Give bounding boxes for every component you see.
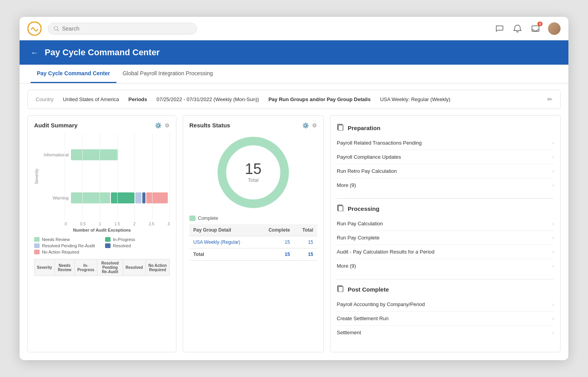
chat-icon[interactable] xyxy=(494,23,505,34)
page-title: Pay Cycle Command Center xyxy=(45,47,160,58)
chart-rows: Informational Warning xyxy=(40,133,170,219)
pay-group-table: Pay Group Detail Complete Total USA Week… xyxy=(189,224,317,261)
processing-title: Processing xyxy=(348,205,379,212)
results-filter-icon[interactable]: ⚙️ xyxy=(302,122,309,129)
complete-label: Complete xyxy=(198,216,218,221)
processing-items: Run Pay Calculation › Run Pay Complete ›… xyxy=(337,217,554,273)
legend-color-needs-review xyxy=(34,237,40,242)
workday-logo xyxy=(27,22,42,36)
results-settings-icon[interactable]: ⚙ xyxy=(312,122,317,129)
post-item-2[interactable]: Settlement › xyxy=(337,326,554,339)
th-severity: Severity xyxy=(34,259,55,276)
complete-color-box xyxy=(189,216,196,221)
post-item-1[interactable]: Create Settlement Run › xyxy=(337,312,554,326)
prep-item-2[interactable]: Run Retro Pay Calculation › xyxy=(337,164,554,178)
bar-warning-resolved-pending xyxy=(135,192,142,203)
tab-pay-cycle[interactable]: Pay Cycle Command Center xyxy=(31,65,116,83)
bar-informational-needs-review xyxy=(71,149,118,160)
legend-color-no-action xyxy=(34,250,40,254)
search-input[interactable] xyxy=(62,25,191,32)
pay-footer-complete: 15 xyxy=(258,248,294,261)
bell-icon[interactable] xyxy=(512,23,523,34)
preparation-title: Preparation xyxy=(348,125,380,131)
main-content: Audit Summary ⚙️ ⚙ Severity xyxy=(20,115,568,360)
bars-informational xyxy=(71,149,118,160)
chart-row-warning: Warning xyxy=(40,192,170,203)
chevron-icon: › xyxy=(552,221,554,227)
chevron-icon: › xyxy=(552,140,554,146)
pay-table-header-row: Pay Group Detail Complete Total xyxy=(189,224,317,236)
filter-edit-icon[interactable]: ✏ xyxy=(547,96,552,103)
avatar[interactable] xyxy=(548,22,561,35)
filter-bar: Country United States of America Periods… xyxy=(27,90,561,109)
svg-line-2 xyxy=(57,29,58,31)
donut-wrapper: 15 Total xyxy=(214,133,292,212)
pay-group-complete: 15 xyxy=(258,236,294,248)
legend-needs-review: Needs Review xyxy=(34,237,99,242)
th-resolved: Resolved xyxy=(123,259,145,276)
pay-group-total: 15 xyxy=(294,236,317,248)
settings-icon[interactable]: ⚙ xyxy=(165,122,170,129)
chevron-icon: › xyxy=(552,235,554,241)
chart-row-informational: Informational xyxy=(40,149,170,160)
chevron-icon: › xyxy=(552,154,554,160)
payrun-value: USA Weekly: Regular (Weekly) xyxy=(380,96,450,102)
proc-item-2[interactable]: Audit - Pay Calculation Results for a Pe… xyxy=(337,245,554,259)
pay-group-name[interactable]: USA Weekly (Regular) xyxy=(189,236,258,248)
filter-sliders-icon[interactable]: ⚙️ xyxy=(155,122,162,129)
proc-item-1[interactable]: Run Pay Complete › xyxy=(337,231,554,245)
inbox-badge: 3 xyxy=(537,22,543,26)
chevron-icon: › xyxy=(552,169,554,174)
pay-table-th-group: Pay Group Detail xyxy=(189,224,258,236)
preparation-items: Payroll Related Transactions Pending › P… xyxy=(337,136,554,192)
row-label-informational: Informational xyxy=(40,152,69,157)
donut-number: 15 xyxy=(245,161,261,176)
periods-label: Periods xyxy=(129,96,147,102)
preparation-header: Preparation xyxy=(337,123,554,132)
donut-chart-container: 15 Total xyxy=(189,133,317,212)
svg-rect-9 xyxy=(338,206,343,211)
audit-panel-icons: ⚙️ ⚙ xyxy=(155,122,170,129)
page-header: ← Pay Cycle Command Center xyxy=(20,40,568,65)
row-label-warning: Warning xyxy=(40,196,69,200)
processing-header: Processing xyxy=(337,204,554,213)
pay-table-th-complete: Complete xyxy=(258,224,294,236)
search-icon xyxy=(54,26,59,31)
chevron-icon: › xyxy=(552,249,554,255)
proc-item-0[interactable]: Run Pay Calculation › xyxy=(337,217,554,231)
prep-item-3[interactable]: More (9) › xyxy=(337,178,554,192)
pay-footer-label: Total xyxy=(189,248,258,261)
preparation-icon xyxy=(337,123,344,132)
th-no-action: No Action Required xyxy=(145,259,169,276)
proc-item-3[interactable]: More (9) › xyxy=(337,259,554,273)
nav-icons: 3 xyxy=(494,22,561,35)
search-bar[interactable] xyxy=(48,23,197,34)
processing-icon xyxy=(337,204,344,213)
prep-item-1[interactable]: Payroll Compliance Updates › xyxy=(337,150,554,164)
legend-no-action: No Action Required xyxy=(34,250,99,254)
results-panel-icons: ⚙️ ⚙ xyxy=(302,122,317,129)
bars-warning xyxy=(71,192,168,203)
tabs-bar: Pay Cycle Command Center Global Payroll … xyxy=(20,65,568,83)
results-status-title: Results Status xyxy=(189,122,230,129)
y-axis-label: Severity xyxy=(34,133,39,219)
actions-panel: Preparation Payroll Related Transactions… xyxy=(330,115,561,352)
bar-warning-inprogress xyxy=(111,192,134,203)
pay-table-th-total: Total xyxy=(294,224,317,236)
chevron-icon: › xyxy=(552,316,554,321)
audit-summary-panel: Audit Summary ⚙️ ⚙ Severity xyxy=(27,115,176,352)
th-resolved-pending: Resolved Pending Re-Audit xyxy=(97,259,123,276)
post-item-0[interactable]: Payroll Accounting by Company/Period › xyxy=(337,297,554,312)
payrun-label: Pay Run Groups and/or Pay Group Details xyxy=(269,96,371,102)
tab-global-payroll[interactable]: Global Payroll Integration Processing xyxy=(116,65,219,83)
audit-chart: Severity xyxy=(34,133,170,219)
inbox-icon[interactable]: 3 xyxy=(530,23,541,34)
post-complete-items: Payroll Accounting by Company/Period › C… xyxy=(337,297,554,339)
bar-warning-resolved xyxy=(142,192,145,203)
prep-item-0[interactable]: Payroll Related Transactions Pending › xyxy=(337,136,554,150)
complete-legend: Complete xyxy=(189,216,317,221)
divider-1 xyxy=(337,198,554,199)
x-axis-title: Number of Audit Exceptions xyxy=(34,228,170,232)
back-button[interactable]: ← xyxy=(31,49,38,56)
th-needs-review: Needs Review xyxy=(54,259,74,276)
